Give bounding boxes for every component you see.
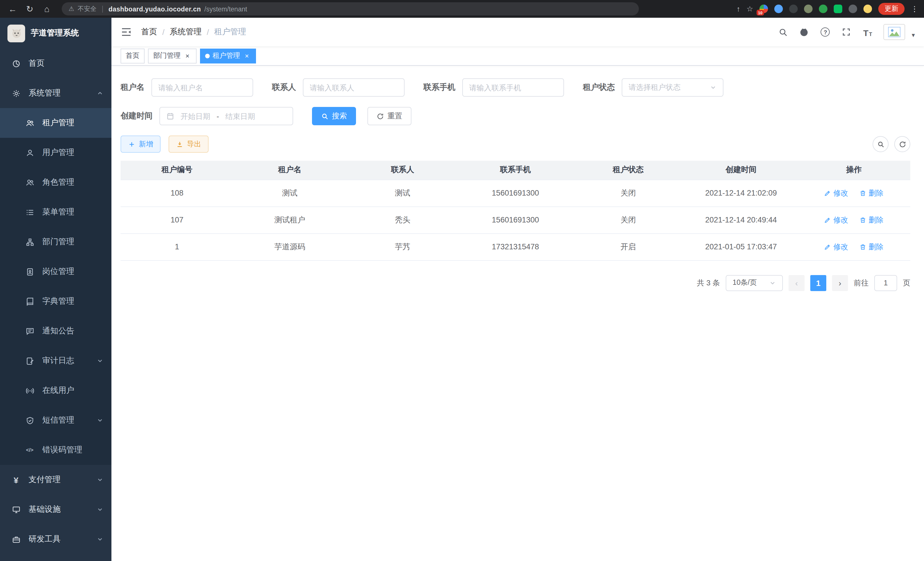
profile-avatar[interactable] <box>863 5 872 13</box>
start-date-input[interactable] <box>178 112 213 120</box>
contact-input[interactable] <box>310 83 398 92</box>
audit-doc-icon <box>25 356 34 365</box>
cell-created: 2021-12-14 20:49:44 <box>685 206 797 233</box>
share-icon[interactable]: ↑ <box>736 5 740 13</box>
delete-link[interactable]: 删除 <box>860 242 884 252</box>
org-tree-icon <box>25 237 34 247</box>
sidebar-item-post[interactable]: 岗位管理 <box>0 257 111 287</box>
page-size-select[interactable]: 10条/页 <box>726 275 783 291</box>
edit-link[interactable]: 修改 <box>824 242 848 252</box>
menu-list-icon <box>25 208 34 217</box>
warning-icon: ⚠ <box>69 5 74 13</box>
close-icon[interactable]: × <box>183 52 191 60</box>
user-avatar[interactable] <box>884 24 905 40</box>
chevron-down-icon <box>97 536 104 543</box>
filter-create-time: 创建时间 - <box>121 107 293 125</box>
sidebar-item-online-user[interactable]: 在线用户 <box>0 376 111 405</box>
sidebar-item-menu[interactable]: 菜单管理 <box>0 197 111 227</box>
filter-status: 租户状态 请选择租户状态 <box>583 78 723 97</box>
avatar-caret-icon[interactable]: ▾ <box>912 31 915 39</box>
sidebar-item-role[interactable]: 角色管理 <box>0 168 111 197</box>
sidebar-item-dev-tools[interactable]: 研发工具 <box>0 524 111 554</box>
sidebar-toggle-icon[interactable] <box>121 26 132 38</box>
main-area: 首页 / 系统管理 / 租户管理 ? T <box>111 18 924 561</box>
col-tenant-id: 租户编号 <box>121 161 233 180</box>
sidebar-item-dept[interactable]: 部门管理 <box>0 227 111 257</box>
sidebar-item-notice[interactable]: 通知公告 <box>0 316 111 346</box>
sidebar-item-home[interactable]: 首页 <box>0 49 111 78</box>
add-button[interactable]: 新增 <box>121 135 160 153</box>
cell-tenant-id: 1 <box>121 233 233 260</box>
tab-dept[interactable]: 部门管理 × <box>148 48 196 63</box>
security-label[interactable]: 不安全 <box>78 5 97 13</box>
sidebar-item-system[interactable]: 系统管理 <box>0 78 111 108</box>
breadcrumb-home[interactable]: 首页 <box>141 27 157 37</box>
status-select[interactable]: 请选择租户状态 <box>622 78 723 97</box>
cell-phone: 15601691300 <box>459 180 572 206</box>
sidebar-item-error-code[interactable]: </> 错误码管理 <box>0 435 111 465</box>
date-range-picker[interactable]: - <box>159 107 293 125</box>
update-button[interactable]: 更新 <box>878 3 904 15</box>
extension-icon[interactable] <box>834 5 842 13</box>
refresh-icon[interactable] <box>894 136 910 152</box>
help-icon[interactable]: ? <box>820 27 831 37</box>
sidebar-item-dict[interactable]: 字典管理 <box>0 287 111 316</box>
github-icon[interactable] <box>799 27 809 37</box>
cell-created: 2021-01-05 17:03:47 <box>685 233 797 260</box>
browser-reload-icon[interactable]: ↻ <box>23 2 37 16</box>
sidebar-item-sms[interactable]: 短信管理 <box>0 405 111 435</box>
tenant-name-input[interactable] <box>158 83 246 92</box>
cell-contact: 芋艿 <box>346 233 459 260</box>
next-page-button[interactable]: › <box>832 275 848 291</box>
extension-icon[interactable] <box>819 5 827 13</box>
cell-status: 关闭 <box>572 180 685 206</box>
edit-link[interactable]: 修改 <box>824 188 848 198</box>
font-size-icon[interactable]: TT <box>862 27 873 37</box>
fullscreen-icon[interactable] <box>842 27 852 37</box>
tab-tenant[interactable]: 租户管理 × <box>200 48 256 63</box>
breadcrumb-system[interactable]: 系统管理 <box>170 27 202 37</box>
active-tab-dot <box>205 53 210 58</box>
user-icon <box>25 148 34 157</box>
browser-back-icon[interactable]: ← <box>6 2 20 16</box>
prev-page-button[interactable]: ‹ <box>789 275 805 291</box>
extension-icon[interactable] <box>774 5 783 13</box>
table-header-row: 租户编号 租户名 联系人 联系手机 租户状态 创建时间 操作 <box>121 161 910 180</box>
goto-page-input[interactable] <box>877 278 894 287</box>
gear-icon <box>11 89 21 98</box>
toggle-search-icon[interactable] <box>873 136 889 152</box>
app-logo <box>8 24 25 42</box>
browser-menu-icon[interactable]: ⋮ <box>911 5 918 13</box>
end-date-input[interactable] <box>223 112 258 120</box>
tab-home[interactable]: 首页 <box>121 48 145 63</box>
sidebar-item-infra[interactable]: 基础设施 <box>0 495 111 524</box>
sidebar-item-payment[interactable]: ¥ 支付管理 <box>0 465 111 495</box>
page-number-button[interactable]: 1 <box>810 275 826 291</box>
close-icon[interactable]: × <box>243 52 251 60</box>
phone-input[interactable] <box>469 83 557 92</box>
bookmark-star-icon[interactable]: ☆ <box>747 5 753 13</box>
table-toolbar: 新增 导出 <box>121 135 910 153</box>
filter-contact: 联系人 <box>272 78 405 97</box>
search-icon[interactable] <box>778 27 788 37</box>
extension-icon[interactable] <box>789 5 798 13</box>
sidebar-item-user[interactable]: 用户管理 <box>0 138 111 168</box>
sidebar-item-tenant[interactable]: 租户管理 <box>0 108 111 138</box>
url-domain: dashboard.yudao.iocoder.cn <box>109 5 201 12</box>
export-button[interactable]: 导出 <box>169 135 208 153</box>
edit-link[interactable]: 修改 <box>824 215 848 225</box>
table-row: 108 测试 测试 15601691300 关闭 2021-12-14 21:0… <box>121 180 910 206</box>
delete-link[interactable]: 删除 <box>860 188 884 198</box>
search-button[interactable]: 搜索 <box>312 107 356 125</box>
extension-icon[interactable]: 10 <box>759 5 768 13</box>
reset-button[interactable]: 重置 <box>368 107 411 125</box>
cell-status: 开启 <box>572 233 685 260</box>
browser-home-icon[interactable]: ⌂ <box>40 2 54 16</box>
extension-icon[interactable] <box>804 5 813 13</box>
sidebar-item-audit-log[interactable]: 审计日志 <box>0 346 111 376</box>
delete-link[interactable]: 删除 <box>860 215 884 225</box>
extensions-puzzle-icon[interactable] <box>849 5 857 13</box>
shield-icon <box>25 416 34 425</box>
url-bar[interactable]: ⚠ 不安全 dashboard.yudao.iocoder.cn /system… <box>62 2 639 15</box>
app-logo-row: 芋道管理系统 <box>0 18 111 49</box>
